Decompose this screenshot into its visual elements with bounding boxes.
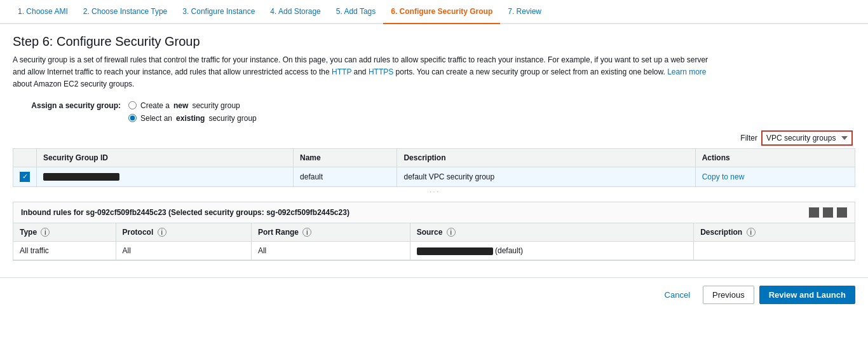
description-info-icon[interactable]: i: [747, 228, 756, 237]
port-range-info-icon[interactable]: i: [302, 228, 311, 237]
assign-row-new: Assign a security group: Create a new se…: [13, 101, 855, 110]
security-groups-table: Security Group ID Name Description Actio…: [13, 148, 855, 187]
source-info-icon[interactable]: i: [447, 228, 456, 237]
filter-select[interactable]: VPC security groupsAll security groups: [761, 130, 853, 146]
th-name: Name: [294, 148, 397, 167]
page-content: Step 6: Configure Security Group A secur…: [0, 24, 868, 271]
wizard-step-add-tags[interactable]: 5. Add Tags: [329, 0, 384, 24]
th-description: Description: [397, 148, 695, 167]
inbound-header: Inbound rules for sg-092cf509fb2445c23 (…: [13, 202, 855, 223]
inbound-icon-1[interactable]: [809, 207, 819, 218]
row-description: default VPC security group: [397, 167, 695, 186]
wizard-step-add-storage[interactable]: 4. Add Storage: [262, 0, 328, 24]
row-name: default: [294, 167, 397, 186]
cancel-button[interactable]: Cancel: [657, 286, 698, 303]
radio-new-input[interactable]: [128, 101, 137, 109]
wizard-step-choose-instance-type[interactable]: 2. Choose Instance Type: [76, 0, 175, 24]
inbound-icons: [809, 207, 847, 218]
radio-select-existing[interactable]: Select an existing security group: [128, 114, 257, 123]
inbound-table-row: All traffic All All (default): [13, 242, 855, 260]
assign-section: Assign a security group: Create a new se…: [13, 101, 855, 123]
page-description: A security group is a set of firewall ru…: [13, 54, 712, 91]
checkbox-checked[interactable]: [20, 172, 30, 182]
protocol-info-icon[interactable]: i: [158, 228, 166, 237]
footer: Cancel Previous Review and Launch: [0, 277, 868, 312]
source-redacted: [417, 247, 493, 255]
learn-more-link[interactable]: Learn more: [667, 67, 706, 76]
copy-to-new-link[interactable]: Copy to new: [702, 172, 745, 181]
inbound-port-range: All: [251, 242, 410, 260]
row-checkbox[interactable]: [13, 167, 37, 186]
th-inbound-description: Description i: [694, 223, 855, 242]
th-sg-id: Security Group ID: [37, 148, 294, 167]
th-type: Type i: [13, 223, 116, 242]
https-link[interactable]: HTTPS: [369, 67, 393, 76]
filter-label: Filter: [740, 134, 757, 143]
th-actions: Actions: [695, 148, 855, 167]
inbound-icon-3[interactable]: [837, 207, 847, 218]
inbound-title: Inbound rules for sg-092cf509fb2445c23 (…: [21, 208, 349, 217]
source-suffix: (default): [495, 246, 523, 255]
wizard-nav: 1. Choose AMI 2. Choose Instance Type 3.…: [0, 0, 868, 24]
row-sg-id: [37, 167, 294, 186]
th-protocol: Protocol i: [116, 223, 251, 242]
inbound-source: (default): [410, 242, 694, 260]
sg-id-redacted: [43, 173, 119, 181]
review-and-launch-button[interactable]: Review and Launch: [759, 286, 855, 304]
th-source: Source i: [410, 223, 694, 242]
divider-dots: · · ·: [13, 187, 855, 197]
table-row: default default VPC security group Copy …: [13, 167, 855, 186]
http-link[interactable]: HTTP: [332, 67, 351, 76]
page-title: Step 6: Configure Security Group: [13, 34, 855, 49]
inbound-icon-2[interactable]: [823, 207, 833, 218]
wizard-step-review[interactable]: 7. Review: [500, 0, 549, 24]
th-port-range: Port Range i: [251, 223, 410, 242]
inbound-protocol: All: [116, 242, 251, 260]
wizard-step-choose-ami[interactable]: 1. Choose AMI: [10, 0, 76, 24]
assign-label: Assign a security group:: [13, 101, 121, 110]
inbound-type: All traffic: [13, 242, 116, 260]
filter-row: Filter VPC security groupsAll security g…: [13, 130, 855, 146]
inbound-description: [694, 242, 855, 260]
previous-button[interactable]: Previous: [703, 286, 754, 304]
radio-create-new[interactable]: Create a new security group: [128, 101, 240, 110]
type-info-icon[interactable]: i: [41, 228, 50, 237]
wizard-step-configure-security-group[interactable]: 6. Configure Security Group: [383, 0, 500, 24]
assign-row-existing: Select an existing security group: [13, 114, 855, 123]
th-checkbox: [13, 148, 37, 167]
inbound-rules-section: Inbound rules for sg-092cf509fb2445c23 (…: [13, 202, 855, 261]
radio-existing-input[interactable]: [128, 114, 137, 122]
wizard-step-configure-instance[interactable]: 3. Configure Instance: [175, 0, 262, 24]
row-action[interactable]: Copy to new: [695, 167, 855, 186]
inbound-table: Type i Protocol i Port Range i Source i: [13, 223, 855, 261]
